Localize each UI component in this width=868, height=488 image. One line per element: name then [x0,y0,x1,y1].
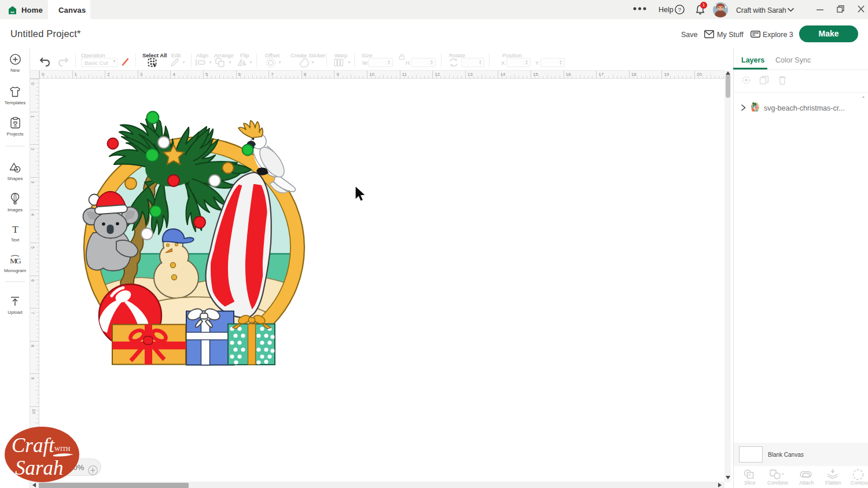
svg-text:Craft: Craft [12,434,55,457]
svg-text:T: T [12,224,19,234]
svg-text:Sarah: Sarah [15,457,64,479]
svg-text:?: ? [678,6,681,13]
svg-text:WITH: WITH [54,446,71,452]
svg-text:G: G [16,256,21,265]
